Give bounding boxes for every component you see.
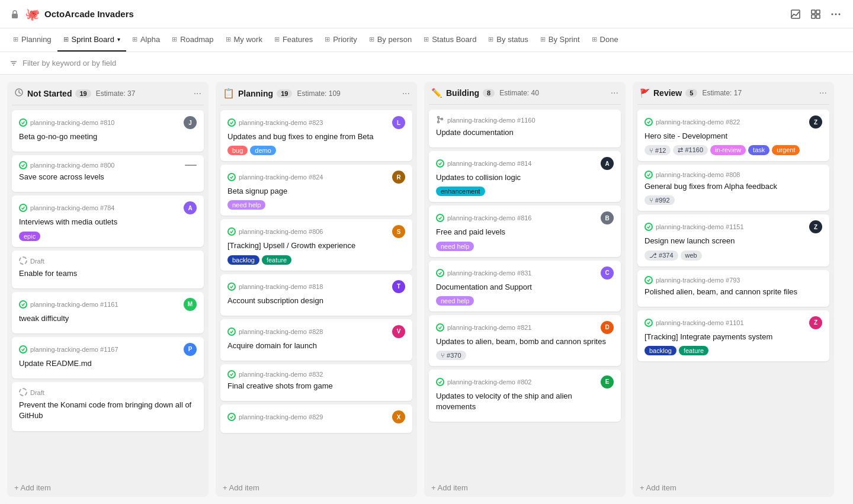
svg-point-6 — [832, 13, 833, 15]
card-card-1101[interactable]: planning-tracking-demo #1101 Z [Tracking… — [637, 310, 829, 361]
filter-bar: Filter by keyword or by field — [0, 52, 853, 75]
card-card-draft-1[interactable]: Draft Enable for teams — [12, 251, 204, 288]
tag-web: web — [681, 251, 702, 261]
card-card-793[interactable]: planning-tracking-demo #793 Polished ali… — [637, 270, 829, 307]
column-footer-review[interactable]: + Add item — [633, 479, 834, 497]
card-card-806[interactable]: planning-tracking-demo #806 S [Tracking]… — [220, 219, 412, 270]
column-menu-review[interactable]: ··· — [819, 88, 827, 98]
tab-sprint-board[interactable]: ⊞ Sprint Board ▾ — [57, 28, 126, 52]
card-status-icon-card-831 — [436, 269, 444, 277]
card-card-832[interactable]: planning-tracking-demo #832 Final creati… — [220, 364, 412, 401]
card-card-829[interactable]: planning-tracking-demo #829 X — [220, 405, 412, 433]
card-card-1161[interactable]: planning-tracking-demo #1161 M tweak dif… — [12, 292, 204, 333]
tag-need-help: need help — [436, 296, 474, 306]
card-card-784[interactable]: planning-tracking-demo #784 A Interviews… — [12, 195, 204, 246]
card-id-card-832: planning-tracking-demo #832 — [227, 370, 323, 378]
card-card-draft-2[interactable]: Draft Prevent the Konami code from bring… — [12, 382, 204, 431]
svg-rect-1 — [791, 10, 800, 18]
tab-status-board[interactable]: ⊞ Status Board — [418, 28, 482, 52]
tab-my-work-label: My work — [234, 35, 262, 44]
tab-roadmap[interactable]: ⊞ Roadmap — [166, 28, 219, 52]
card-id-card-822: planning-tracking-demo #822 — [644, 118, 740, 126]
column-footer-planning[interactable]: + Add item — [216, 479, 417, 497]
card-status-icon-card-808 — [644, 171, 653, 179]
card-status-icon-card-818 — [227, 283, 236, 291]
filter-placeholder[interactable]: Filter by keyword or by field — [23, 59, 116, 68]
column-menu-not-started[interactable]: ··· — [194, 88, 201, 99]
card-card-822[interactable]: planning-tracking-demo #822 Z Hero site … — [637, 110, 829, 161]
svg-rect-0 — [12, 14, 18, 18]
card-tags-card-821: ⑂ #370 — [436, 351, 614, 360]
tab-my-work[interactable]: ⊞ My work — [220, 28, 268, 52]
column-footer-building[interactable]: + Add item — [424, 479, 626, 497]
card-card-800[interactable]: planning-tracking-demo #800 Save score a… — [12, 155, 204, 192]
card-title-card-1160: Update documentation — [436, 127, 614, 138]
column-menu-planning[interactable]: ··· — [402, 88, 410, 99]
column-body-building: planning-tracking-demo #1160 Update docu… — [424, 105, 626, 479]
tab-by-sprint[interactable]: ⊞ By Sprint — [534, 28, 586, 52]
card-title-card-draft-2: Prevent the Konami code from bringing do… — [19, 400, 197, 421]
column-title-not-started: Not Started — [27, 89, 72, 98]
card-card-810[interactable]: planning-tracking-demo #810 J Beta go-no… — [12, 110, 204, 152]
card-card-824[interactable]: planning-tracking-demo #824 R Beta signu… — [220, 165, 412, 216]
chart-icon — [790, 9, 801, 20]
tab-priority-label: Priority — [333, 35, 357, 44]
card-title-card-1151: Design new launch screen — [644, 236, 822, 246]
chart-icon-button[interactable] — [788, 7, 803, 22]
more-icon-button[interactable] — [828, 7, 844, 22]
tab-done[interactable]: ⊞ Done — [586, 28, 624, 52]
card-id-card-823: planning-tracking-demo #823 — [227, 118, 323, 127]
card-avatar-card-821: D — [601, 321, 614, 334]
tab-by-person[interactable]: ⊞ By person — [363, 28, 418, 52]
card-tags-card-822: ⑂ #12⇄ #1160in-reviewtaskurgent — [644, 145, 822, 155]
tab-by-status[interactable]: ⊞ By status — [482, 28, 534, 52]
status-board-tab-icon: ⊞ — [424, 36, 429, 43]
card-card-1160[interactable]: planning-tracking-demo #1160 Update docu… — [429, 110, 621, 147]
tag-bug: bug — [227, 146, 248, 155]
tab-priority[interactable]: ⊞ Priority — [319, 28, 363, 52]
column-count-review: 5 — [685, 89, 697, 97]
card-tags-card-808: ⑂ #992 — [644, 195, 822, 205]
column-count-building: 8 — [483, 89, 495, 97]
card-meta-card-822: planning-tracking-demo #822 Z — [644, 115, 822, 129]
card-tags-card-1101: backlogfeature — [644, 346, 822, 355]
card-card-831[interactable]: planning-tracking-demo #831 C Documentat… — [429, 261, 621, 312]
grid-icon-button[interactable] — [808, 7, 823, 22]
tab-by-sprint-label: By Sprint — [549, 35, 580, 44]
features-tab-icon: ⊞ — [274, 36, 280, 43]
card-meta-card-1160: planning-tracking-demo #1160 — [436, 115, 614, 125]
by-status-tab-icon: ⊞ — [488, 36, 493, 43]
card-card-828[interactable]: planning-tracking-demo #828 V Acquire do… — [220, 319, 412, 361]
card-title-card-draft-1: Enable for teams — [19, 268, 197, 279]
column-footer-not-started[interactable]: + Add item — [7, 479, 209, 497]
app-logo: 🐙 OctoArcade Invaders — [9, 7, 134, 21]
card-card-814[interactable]: planning-tracking-demo #814 A Updates to… — [429, 151, 621, 202]
card-card-808[interactable]: planning-tracking-demo #808 General bug … — [637, 165, 829, 211]
sprint-board-chevron-icon: ▾ — [117, 36, 120, 43]
card-status-icon-card-802 — [436, 378, 444, 386]
card-card-821[interactable]: planning-tracking-demo #821 D Updates to… — [429, 315, 621, 366]
tab-planning[interactable]: ⊞ Planning — [7, 28, 57, 52]
card-title-card-831: Documentation and Support — [436, 282, 614, 293]
card-card-802[interactable]: planning-tracking-demo #802 E Updates to… — [429, 370, 621, 422]
card-avatar-card-823: L — [392, 116, 405, 129]
card-card-1167[interactable]: planning-tracking-demo #1167 P Update RE… — [12, 337, 204, 378]
card-tags-card-816: need help — [436, 242, 614, 251]
card-status-icon-card-800 — [19, 161, 27, 169]
tag-⇄-#1160: ⇄ #1160 — [673, 145, 708, 155]
tab-features[interactable]: ⊞ Features — [268, 28, 319, 52]
card-card-823[interactable]: planning-tracking-demo #823 L Updates an… — [220, 110, 412, 161]
card-id-card-800: planning-tracking-demo #800 — [19, 161, 114, 169]
card-card-1151[interactable]: planning-tracking-demo #1151 Z Design ne… — [637, 214, 829, 266]
card-meta-card-802: planning-tracking-demo #802 E — [436, 375, 614, 389]
card-meta-card-806: planning-tracking-demo #806 S — [227, 225, 405, 238]
card-title-card-800: Save score across levels — [19, 172, 197, 182]
card-card-818[interactable]: planning-tracking-demo #818 T Account su… — [220, 274, 412, 316]
column-menu-building[interactable]: ··· — [611, 88, 618, 98]
card-divider-card-800 — [185, 165, 197, 166]
card-id-card-793: planning-tracking-demo #793 — [644, 276, 740, 284]
tab-alpha[interactable]: ⊞ Alpha — [126, 28, 166, 52]
card-title-card-832: Final creative shots from game — [227, 381, 405, 391]
column-header-review: 🚩 Review 5 Estimate: 17 ··· — [633, 82, 834, 104]
card-card-816[interactable]: planning-tracking-demo #816 B Free and p… — [429, 206, 621, 256]
